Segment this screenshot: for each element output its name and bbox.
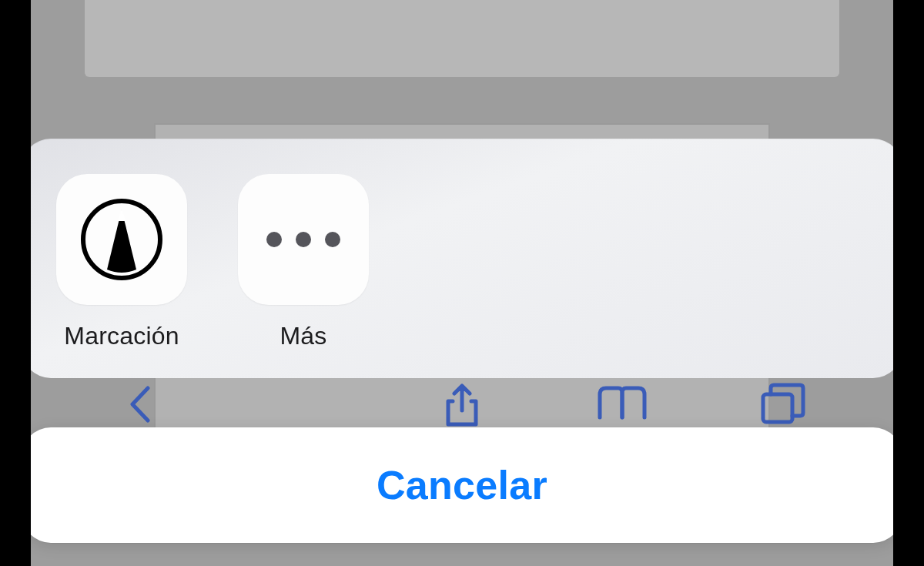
letterbox-left [0,0,31,566]
share-icon [382,381,542,427]
markup-tile [56,174,187,305]
letterbox-right [893,0,924,566]
screen: Marcación Más Cancelar [0,0,924,566]
markup-pen-icon [76,194,167,285]
cancel-button-label: Cancelar [377,462,547,508]
background-card-top [85,0,839,77]
action-markup[interactable]: Marcación [52,174,191,350]
more-tile [238,174,369,305]
action-more[interactable]: Más [234,174,373,350]
bookmarks-icon [542,383,702,425]
action-markup-label: Marcación [64,322,179,350]
action-more-label: Más [280,322,326,350]
svg-rect-0 [763,394,792,422]
back-icon [62,383,222,425]
cancel-button[interactable]: Cancelar [22,427,902,543]
more-ellipsis-icon [266,232,340,247]
tabs-icon [702,382,862,427]
share-sheet-panel: Marcación Más [22,139,902,378]
share-actions-row: Marcación Más [52,174,872,350]
